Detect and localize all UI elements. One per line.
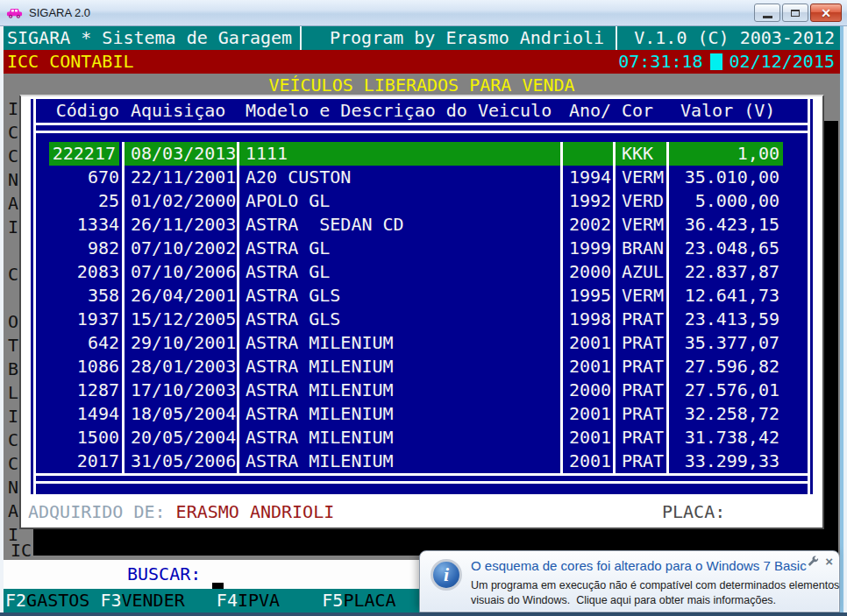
minimize-icon	[763, 16, 772, 18]
title-bar[interactable]: SIGARA 2.0 ✕	[0, 0, 847, 26]
wrench-icon[interactable]	[808, 556, 819, 567]
col-header-aquisicao: Aquisiçao	[125, 99, 237, 123]
notification-close-icon[interactable]: ×	[825, 556, 833, 567]
table-row[interactable]: 201731/05/2006ASTRA MILENIUM2001PRAT33.2…	[36, 450, 808, 473]
status-bar: ICC CONTABIL 07:31:18 02/12/2015	[4, 50, 840, 74]
col-header-ano: Ano/	[563, 99, 613, 123]
header-divider	[300, 26, 302, 50]
col-header-codigo: Código	[36, 99, 122, 123]
col-header-cor: Cor	[616, 99, 666, 123]
plate-label: PLACA:	[662, 500, 725, 524]
app-header-product: SIGARA * Sistema de Garagem	[7, 26, 292, 50]
vehicles-table: CódigoAquisiçaoModelo e Descriçao do Vei…	[28, 99, 815, 494]
table-header: CódigoAquisiçaoModelo e Descriçao do Vei…	[36, 99, 808, 123]
background-partial-text: IC	[11, 539, 32, 563]
clock: 07:31:18 02/12/2015	[618, 50, 835, 74]
table-row[interactable]: 208307/10/2006ASTRA GL2000AZUL22.837,87	[36, 260, 808, 284]
minimize-button[interactable]	[754, 4, 780, 22]
vehicles-window: CódigoAquisiçaoModelo e Descriçao do Vei…	[19, 95, 824, 529]
table-row[interactable]: 133426/11/2003ASTRA SEDAN CD2002VERM36.4…	[36, 213, 808, 237]
table-row[interactable]: 193715/12/2005ASTRA GLS1998PRAT23.413,59	[36, 308, 808, 331]
double-line-separator	[36, 123, 808, 133]
screen-title: VEÍCULOS LIBERADOS PARA VENDA	[4, 74, 840, 97]
close-button[interactable]: ✕	[810, 4, 842, 22]
table-row[interactable]: 149418/05/2004ASTRA MILENIUM2001PRAT32.2…	[36, 402, 808, 426]
info-icon: i	[431, 559, 462, 591]
app-header-version: V.1.0 (C) 2003-2012	[634, 26, 835, 50]
app-window: SIGARA 2.0 ✕ SIGARA * Sistema de Garagem…	[0, 0, 847, 616]
col-header-modelo: Modelo e Descriçao do Veiculo	[239, 99, 560, 123]
window-border-right	[840, 26, 847, 616]
window-border-bottom	[0, 612, 847, 616]
acquired-from-label: ADQUIRIDO DE:	[28, 501, 166, 522]
double-line-separator	[36, 473, 808, 484]
notification-body[interactable]: Um programa em execução não é compatível…	[471, 578, 839, 608]
maximize-button[interactable]	[782, 4, 808, 22]
table-row[interactable]: 22221708/03/20131111KKK1,00	[36, 142, 808, 166]
window-border-left	[0, 26, 4, 616]
function-key-f2[interactable]: F2GASTOS	[5, 590, 89, 611]
dos-screen: SIGARA * Sistema de Garagem Program by E…	[4, 26, 840, 612]
blink-cursor-icon	[710, 53, 722, 70]
record-detail-bar: ADQUIRIDO DE: ERASMO ANDRIOLI PLACA:	[21, 494, 822, 527]
table-row[interactable]: 67022/11/2001A20 CUSTON1994VERM35.010,00	[36, 166, 808, 189]
notification-title[interactable]: O esquema de cores foi alterado para o W…	[471, 558, 807, 573]
table-row[interactable]: 150020/05/2004ASTRA MILENIUM2001PRAT31.7…	[36, 426, 808, 450]
table-row[interactable]: 64229/10/2001ASTRA MILENIUM2001PRAT35.37…	[36, 331, 808, 355]
table-row[interactable]: 128717/10/2003ASTRA MILENIUM2000PRAT27.5…	[36, 379, 808, 402]
car-icon	[6, 6, 23, 19]
status-time: 07:31:18	[618, 50, 702, 74]
table-row[interactable]: 35826/04/2001ASTRA GLS1995VERM12.641,73	[36, 284, 808, 308]
col-header-valor: Valor (V)	[669, 99, 783, 123]
header-divider	[616, 26, 617, 50]
function-key-f3[interactable]: F3VENDER	[100, 590, 184, 611]
function-key-f4[interactable]: F4IPVA	[217, 590, 280, 611]
maximize-icon	[791, 10, 800, 17]
table-row[interactable]: 108628/01/2003ASTRA MILENIUM2001PRAT27.5…	[36, 355, 808, 379]
table-row[interactable]: 98207/10/2002ASTRA GL1999BRAN23.048,65	[36, 237, 808, 260]
table-rows: 22221708/03/20131111KKK1,00 67022/11/200…	[36, 142, 808, 473]
notification-toast[interactable]: i O esquema de cores foi alterado para o…	[419, 550, 840, 612]
window-title: SIGARA 2.0	[29, 6, 90, 19]
close-icon: ✕	[821, 6, 831, 20]
text-cursor[interactable]	[212, 583, 224, 589]
app-header: SIGARA * Sistema de Garagem Program by E…	[4, 26, 840, 50]
table-row[interactable]: 2501/02/2000APOLO GL1992VERD5.000,00	[36, 189, 808, 213]
status-date: 02/12/2015	[730, 50, 835, 74]
search-prompt[interactable]: BUSCAR:	[127, 563, 201, 586]
function-key-f5[interactable]: F5PLACA	[322, 590, 395, 611]
app-header-author: Program by Erasmo Andrioli	[330, 26, 604, 50]
module-name: ICC CONTABIL	[7, 50, 134, 74]
acquired-from-value: ERASMO ANDRIOLI	[176, 501, 335, 522]
